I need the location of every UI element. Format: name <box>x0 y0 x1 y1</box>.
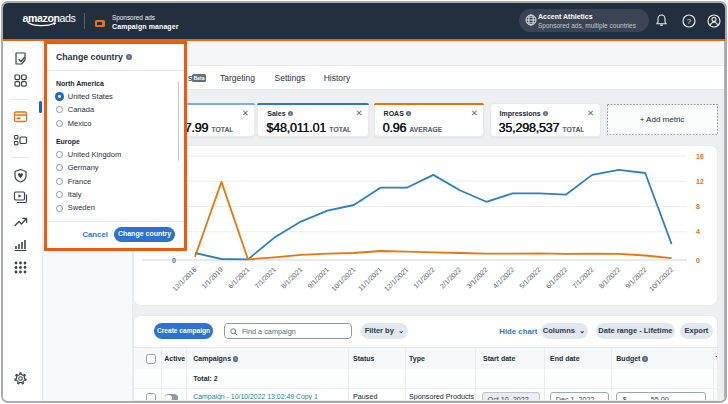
svg-text:6/1/2022: 6/1/2022 <box>544 265 568 289</box>
svg-text:?: ? <box>687 16 692 25</box>
svg-text:8: 8 <box>696 203 700 210</box>
svg-text:1/1/2019: 1/1/2019 <box>200 265 224 289</box>
svg-text:9/1/2021: 9/1/2021 <box>306 265 330 289</box>
svg-text:1/1/2022: 1/1/2022 <box>412 265 436 289</box>
svg-text:7/1/2022: 7/1/2022 <box>571 265 595 289</box>
svg-text:8/1/2021: 8/1/2021 <box>280 265 304 289</box>
svg-text:7/1/2021: 7/1/2021 <box>253 265 277 289</box>
svg-text:12: 12 <box>696 177 704 184</box>
svg-text:12/1/2018: 12/1/2018 <box>171 265 198 292</box>
svg-text:4/1/2022: 4/1/2022 <box>492 265 516 289</box>
svg-text:10/1/2021: 10/1/2021 <box>330 265 357 292</box>
svg-text:16: 16 <box>696 152 704 159</box>
svg-text:4: 4 <box>696 228 700 235</box>
svg-text:0: 0 <box>172 256 176 263</box>
svg-text:0: 0 <box>696 256 700 263</box>
svg-text:8/1/2022: 8/1/2022 <box>597 265 621 289</box>
svg-text:5/1/2022: 5/1/2022 <box>518 265 542 289</box>
svg-text:9/1/2022: 9/1/2022 <box>624 265 648 289</box>
svg-text:3/1/2022: 3/1/2022 <box>465 265 489 289</box>
svg-text:12/1/2021: 12/1/2021 <box>383 265 410 292</box>
svg-text:6/1/2021: 6/1/2021 <box>227 265 251 289</box>
svg-text:10/1/2022: 10/1/2022 <box>648 265 675 292</box>
svg-text:2/1/2022: 2/1/2022 <box>439 265 463 289</box>
svg-text:11/1/2021: 11/1/2021 <box>357 265 383 291</box>
